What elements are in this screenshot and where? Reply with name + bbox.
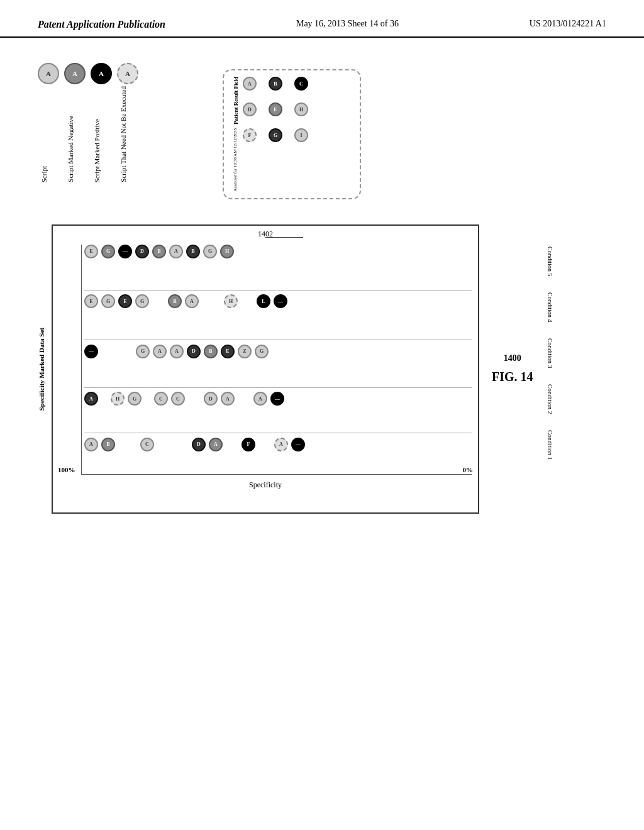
row3-c8: Z xyxy=(238,345,252,358)
row4-c1: A xyxy=(84,392,98,406)
row2-c8: L xyxy=(257,294,270,308)
row5-c3: C xyxy=(140,438,154,451)
chart-divider-4 xyxy=(84,433,472,433)
legend-label-positive: Script Marked Positive xyxy=(93,119,114,182)
row5-c4: D xyxy=(192,438,206,451)
row1-c6: A xyxy=(169,245,183,258)
row5-c2: B xyxy=(101,438,115,451)
legend-circle-notexecuted: A xyxy=(117,63,138,84)
row1-c8: G xyxy=(203,245,217,258)
row2-c9: — xyxy=(274,294,287,308)
chart-divider-1 xyxy=(84,290,472,290)
row2-c1: E xyxy=(84,294,98,308)
row1-c2: G xyxy=(101,245,115,258)
top-section: A A A A Script Script Marked Negative Sc… xyxy=(38,63,606,199)
prb-cell-8: G xyxy=(269,128,282,142)
chart-y-axis-line xyxy=(81,245,82,475)
prb-cell-2: B xyxy=(269,77,282,91)
chart-row-2: E G E G B A H L — xyxy=(84,294,472,308)
row1-c5: B xyxy=(152,245,166,258)
row4-c3: G xyxy=(128,392,142,406)
row4-c9: — xyxy=(270,392,284,406)
chart-row-4: A H G C C D A A — xyxy=(84,392,472,406)
row5-c7: A xyxy=(274,438,288,451)
chart-y-axis-label: Specificity Marked Data Set xyxy=(38,328,45,411)
cond-label-5: Condition 5 xyxy=(547,246,553,277)
chart-y-100: 100% xyxy=(58,466,75,473)
prb-cell-5: E xyxy=(269,102,282,116)
row1-c3: — xyxy=(118,245,132,258)
row5-c1: A xyxy=(84,438,98,451)
header-patent-number: US 2013/0124221 A1 xyxy=(530,19,606,29)
row3-c1: — xyxy=(84,345,98,358)
row5-c6: F xyxy=(242,438,255,451)
prb-cell-6: H xyxy=(294,102,308,116)
row1-c9: H xyxy=(220,245,234,258)
prb-cell-1: A xyxy=(243,77,257,91)
row2-c4: G xyxy=(135,294,149,308)
row1-c1: E xyxy=(84,245,98,258)
patient-result-grid: A B C D E H F G I xyxy=(243,77,317,192)
row1-c7: B xyxy=(186,245,200,258)
legend-block: A A A A Script Script Marked Negative Sc… xyxy=(38,63,141,182)
row3-c3: A xyxy=(153,345,167,358)
chart-divider-2 xyxy=(84,340,472,340)
row2-c3: E xyxy=(118,294,132,308)
cond-label-1: Condition 1 xyxy=(547,430,553,460)
row4-c6: D xyxy=(204,392,218,406)
chart-row-3: — G A A D B E Z G xyxy=(84,345,472,358)
row4-c5: C xyxy=(171,392,185,406)
legend-circle-positive: A xyxy=(91,63,112,84)
cond-label-2: Condition 2 xyxy=(547,384,553,414)
legend-label-notexecuted: Script That Need Not Be Executed xyxy=(119,86,141,182)
row3-c9: G xyxy=(255,345,269,358)
row4-c8: A xyxy=(253,392,267,406)
chart-box: 1402 100% 0% Specificity E G — D xyxy=(52,224,479,514)
chart-row-5: A B C D A F A — xyxy=(84,438,472,451)
chart-row-1: E G — D B A B G H xyxy=(84,245,472,258)
row3-c2: G xyxy=(136,345,150,358)
row3-c6: B xyxy=(204,345,218,358)
row2-c7: H xyxy=(224,294,238,308)
legend-circle-script: A xyxy=(38,63,59,84)
prb-cell-9: I xyxy=(294,128,308,142)
row3-c4: A xyxy=(170,345,184,358)
row4-c4: C xyxy=(154,392,168,406)
chart-ref-arrow xyxy=(265,237,303,238)
fig-label: FIG. 14 xyxy=(492,370,533,384)
chart-divider-3 xyxy=(84,387,472,388)
patient-result-box: Patient Result Field Analyzed for 10:30 … xyxy=(223,69,361,199)
row3-c7: E xyxy=(221,345,235,358)
fig-ref-number: 1400 xyxy=(504,353,521,363)
row2-c6: A xyxy=(185,294,199,308)
prb-cell-3: C xyxy=(294,77,308,91)
fig-area: 1400 FIG. 14 xyxy=(492,353,533,384)
row2-c5: B xyxy=(168,294,182,308)
header-date-sheet: May 16, 2013 Sheet 14 of 36 xyxy=(296,19,399,29)
row2-c2: G xyxy=(101,294,115,308)
cond-label-4: Condition 4 xyxy=(547,292,553,323)
row5-c5: A xyxy=(209,438,223,451)
row1-c4: D xyxy=(135,245,149,258)
condition-labels: Condition 5 Condition 4 Condition 3 Cond… xyxy=(547,238,553,468)
chart-content-area: E G — D B A B G H E G E G xyxy=(84,245,472,472)
cond-label-3: Condition 3 xyxy=(547,338,553,368)
row3-c5: D xyxy=(187,345,201,358)
patient-result-subtitle: Analyzed for 10:30 AM 12/12/2035 xyxy=(233,128,239,192)
chart-x-axis-line xyxy=(81,474,472,475)
prb-cell-7: F xyxy=(243,128,257,142)
prb-cell-4: D xyxy=(243,102,257,116)
chart-x-label: Specificity xyxy=(249,480,282,490)
row5-c8: — xyxy=(291,438,305,451)
page-header: Patent Application Publication May 16, 2… xyxy=(0,0,644,38)
legend-label-script: Script xyxy=(40,166,62,182)
header-publication-title: Patent Application Publication xyxy=(38,19,165,30)
legend-label-negative: Script Marked Negative xyxy=(67,116,88,182)
patient-result-title: Patient Result Field xyxy=(233,77,239,124)
row4-c7: A xyxy=(221,392,235,406)
legend-circle-negative: A xyxy=(64,63,86,84)
main-content: A A A A Script Script Marked Negative Sc… xyxy=(0,38,644,526)
row4-c2: H xyxy=(111,392,125,406)
bottom-chart-section: Specificity Marked Data Set 1402 100% 0%… xyxy=(38,224,606,514)
